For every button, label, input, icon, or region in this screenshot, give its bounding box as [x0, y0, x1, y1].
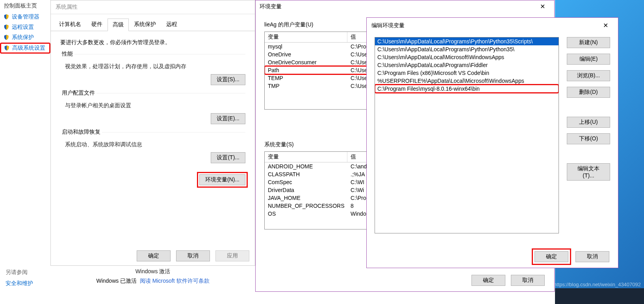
env-var-name: CLASSPATH	[265, 170, 347, 178]
control-panel-sidebar: 控制面板主页 设备管理器远程设置系统保护高级系统设置	[0, 0, 50, 54]
group-heading: 用户配置文件	[60, 90, 97, 97]
env-var-name: NUMBER_OF_PROCESSORS	[265, 202, 347, 210]
taskbar[interactable]	[555, 288, 644, 304]
path-browse-button[interactable]: 浏览(B)...	[567, 70, 610, 81]
admin-note: 要进行大多数更改，你必须作为管理员登录。	[60, 39, 245, 46]
sysprops-ok-button[interactable]: 确定	[137, 250, 171, 261]
env-var-name: TEMP	[265, 74, 347, 82]
col-variable[interactable]: 变量	[265, 152, 347, 162]
see-also-section: 另请参阅 安全和维护	[0, 267, 39, 289]
group-settings-button[interactable]: 设置(S)...	[211, 74, 245, 85]
env-var-name: Path	[265, 66, 347, 74]
group-desc: 与登录帐户相关的桌面设置	[65, 102, 245, 109]
env-var-name: OneDrive	[265, 50, 347, 58]
edit-env-variable-dialog: 编辑环境变量 ✕ C:\Users\mi\AppData\Local\Progr…	[366, 17, 618, 268]
sidebar-item-3[interactable]: 高级系统设置	[0, 43, 50, 54]
activation-heading: Windows 激活	[50, 268, 255, 275]
sidebar-item-0[interactable]: 设备管理器	[0, 12, 50, 22]
path-moveup-button[interactable]: 上移(U)	[567, 117, 610, 128]
env-var-name: DriverData	[265, 186, 347, 194]
tab-系统保护[interactable]: 系统保护	[129, 18, 161, 31]
license-terms-link[interactable]: 阅读 Microsoft 软件许可条款	[140, 278, 210, 284]
env-cancel-button[interactable]: 取消	[511, 275, 545, 286]
sidebar-item-label: 设备管理器	[12, 13, 39, 21]
path-item[interactable]: C:\Users\mi\AppData\Local\Programs\Fiddl…	[375, 61, 559, 69]
system-properties-dialog: 系统属性 计算机名硬件高级系统保护远程 要进行大多数更改，你必须作为管理员登录。…	[50, 0, 255, 266]
path-item[interactable]: C:\Users\mi\AppData\Local\Programs\Pytho…	[375, 37, 559, 45]
path-item[interactable]: %USERPROFILE%\AppData\Local\Microsoft\Wi…	[375, 77, 559, 85]
tab-高级[interactable]: 高级	[108, 19, 129, 31]
group-heading: 启动和故障恢复	[60, 129, 102, 136]
path-movedown-button[interactable]: 下移(O)	[567, 133, 610, 144]
env-var-name: ComSpec	[265, 178, 347, 186]
sidebar-item-label: 远程设置	[12, 24, 34, 31]
close-icon[interactable]: ✕	[535, 3, 550, 10]
path-item[interactable]: C:\Program Files (x86)\Microsoft VS Code…	[375, 69, 559, 77]
sidebar-item-label: 系统保护	[12, 34, 34, 41]
env-var-name: mysql	[265, 43, 347, 50]
env-var-name: OS	[265, 210, 347, 218]
sysprops-cancel-button[interactable]: 取消	[176, 250, 210, 261]
col-variable[interactable]: 变量	[265, 32, 347, 42]
system-properties-title: 系统属性	[51, 0, 255, 14]
path-item[interactable]: C:\Program Files\mysql-8.0.16-winx64\bin	[375, 85, 559, 93]
windows-activation: Windows 激活 Windows 已激活 阅读 Microsoft 软件许可…	[50, 268, 255, 285]
control-panel-title: 控制面板主页	[0, 0, 50, 12]
env-var-name: OneDriveConsumer	[265, 58, 347, 66]
system-properties-tabbar: 计算机名硬件高级系统保护远程	[51, 18, 255, 31]
env-ok-button[interactable]: 确定	[471, 275, 505, 286]
edit-cancel-button[interactable]: 取消	[575, 251, 609, 262]
group-settings-button[interactable]: 设置(E)...	[211, 113, 245, 124]
sidebar-item-2[interactable]: 系统保护	[0, 32, 50, 43]
group-settings-button[interactable]: 设置(T)...	[211, 152, 245, 163]
path-item[interactable]: C:\Users\mi\AppData\Local\Programs\Pytho…	[375, 45, 559, 53]
path-edit-text-button[interactable]: 编辑文本(T)...	[567, 163, 610, 181]
close-icon[interactable]: ✕	[598, 22, 613, 29]
group-desc: 系统启动、系统故障和调试信息	[65, 141, 245, 148]
env-var-name: TMP	[265, 82, 347, 90]
sidebar-item-1[interactable]: 远程设置	[0, 22, 50, 32]
sidebar-item-label: 高级系统设置	[12, 45, 45, 52]
env-variables-button[interactable]: 环境变量(N)...	[199, 174, 245, 185]
path-item[interactable]: C:\Users\mi\AppData\Local\Microsoft\Wind…	[375, 53, 559, 61]
see-also-heading: 另请参阅	[6, 269, 33, 276]
edit-dialog-title: 编辑环境变量	[371, 22, 405, 29]
tab-远程[interactable]: 远程	[161, 18, 182, 31]
edit-ok-button[interactable]: 确定	[535, 251, 568, 262]
group-heading: 性能	[60, 50, 74, 58]
env-dialog-title: 环境变量	[260, 3, 282, 10]
path-delete-button[interactable]: 删除(D)	[567, 87, 610, 98]
path-list[interactable]: C:\Users\mi\AppData\Local\Programs\Pytho…	[375, 37, 559, 233]
path-new-button[interactable]: 新建(N)	[567, 37, 610, 48]
tab-计算机名[interactable]: 计算机名	[54, 18, 86, 31]
activation-status: Windows 已激活	[96, 278, 137, 284]
security-maintenance-link[interactable]: 安全和维护	[6, 280, 33, 287]
watermark-text: https://blog.csdn.net/weixin_43407092	[554, 282, 641, 287]
path-edit-button[interactable]: 编辑(E)	[567, 54, 610, 65]
group-desc: 视觉效果，处理器计划，内存使用，以及虚拟内存	[65, 63, 245, 70]
tab-硬件[interactable]: 硬件	[86, 18, 108, 31]
env-var-name: JAVA_HOME	[265, 194, 347, 202]
env-var-name: ANDROID_HOME	[265, 162, 347, 170]
sysprops-apply-button[interactable]: 应用	[215, 250, 249, 261]
